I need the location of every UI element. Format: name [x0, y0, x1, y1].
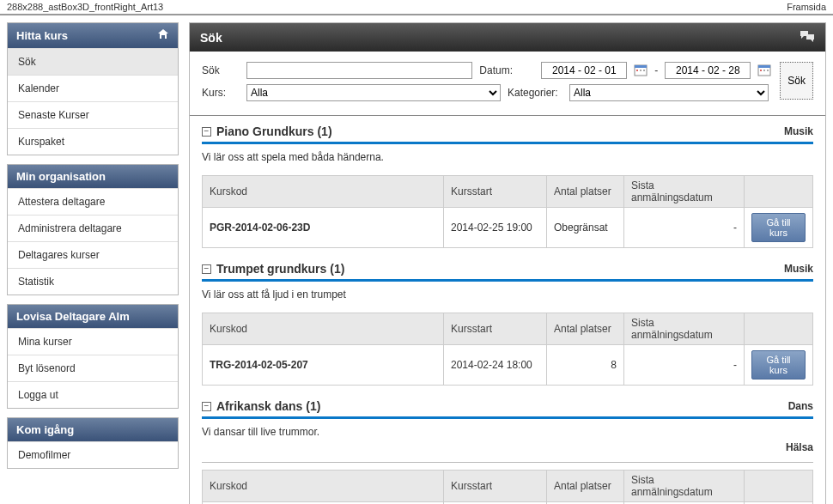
table-header: Antal platser — [547, 176, 624, 208]
course-title: Afrikansk dans (1) — [216, 399, 320, 413]
table-header: Kursstart — [444, 471, 547, 502]
calendar-icon[interactable] — [757, 64, 771, 77]
course-title: Piano Grundkurs (1) — [216, 124, 332, 138]
table-header: Kursstart — [444, 176, 547, 208]
collapse-icon[interactable]: − — [202, 127, 211, 137]
course-block: −Afrikansk dans (1)DansVi dansar till li… — [190, 391, 825, 504]
table-header — [745, 471, 813, 502]
top-right-text: Framsida — [787, 2, 826, 12]
sidebar-group-header: Hitta kurs — [8, 23, 178, 48]
course-category-secondary: Hälsa — [202, 441, 813, 453]
sidebar-item[interactable]: Kurspaket — [8, 128, 178, 155]
table-header: Kursstart — [444, 313, 547, 345]
sidebar-item[interactable]: Logga ut — [8, 381, 178, 408]
collapse-icon[interactable]: − — [202, 264, 211, 274]
table-header: Kurskod — [203, 471, 444, 502]
course-block: −Piano Grundkurs (1)MusikVi lär oss att … — [190, 116, 825, 253]
table-header: Sista anmälningsdatum — [624, 313, 745, 345]
table-header: Kurskod — [203, 313, 444, 345]
cell-kurskod: TRG-2014-02-05-207 — [203, 345, 444, 386]
svg-rect-4 — [643, 70, 645, 71]
date-from-input[interactable] — [541, 62, 627, 79]
cell-sista: - — [624, 345, 745, 386]
label-kurs: Kurs: — [202, 87, 240, 99]
course-description: Vi lär oss att få ljud i en trumpet — [202, 288, 813, 301]
main-header: Sök — [190, 23, 825, 52]
table-header: Antal platser — [547, 313, 624, 345]
sidebar-group-header: Min organisation — [8, 165, 178, 188]
table-header — [745, 176, 813, 208]
label-datum: Datum: — [479, 64, 534, 76]
top-left-text: 288x288_astBox3D_frontRight_Art13 — [7, 2, 163, 12]
date-to-input[interactable] — [665, 62, 751, 79]
sidebar-item[interactable]: Deltagares kurser — [8, 241, 178, 268]
calendar-icon[interactable] — [634, 64, 648, 77]
main-content: Sök Sök Datum: — [189, 22, 826, 504]
main-title: Sök — [200, 31, 222, 45]
sidebar-item[interactable]: Kalender — [8, 75, 178, 101]
sidebar-item[interactable]: Sök — [8, 48, 178, 75]
sidebar-item[interactable]: Mina kurser — [8, 328, 178, 355]
cell-kursstart: 2014-02-24 18:00 — [444, 345, 547, 386]
svg-rect-7 — [760, 70, 762, 71]
table-header: Sista anmälningsdatum — [624, 471, 745, 502]
home-icon[interactable] — [157, 28, 169, 43]
course-category: Musik — [784, 125, 813, 137]
date-dash: - — [654, 64, 658, 76]
course-table: KurskodKursstartAntal platserSista anmäl… — [202, 470, 813, 504]
svg-rect-3 — [640, 70, 641, 71]
go-to-course-button[interactable]: Gå till kurs — [751, 213, 806, 242]
cell-platser: 8 — [547, 345, 624, 386]
sidebar-group-header: Kom igång — [8, 418, 178, 441]
course-description: Vi lär oss att spela med båda händerna. — [202, 151, 813, 163]
table-header: Antal platser — [547, 471, 624, 502]
kurs-select[interactable]: Alla — [246, 84, 501, 101]
collapse-icon[interactable]: − — [202, 402, 211, 411]
svg-rect-6 — [758, 65, 770, 68]
sidebar-group-header: Lovisa Deltagare Alm — [8, 305, 178, 328]
sidebar-item[interactable]: Senaste Kurser — [8, 101, 178, 128]
cell-platser: Obegränsat — [547, 208, 624, 248]
course-description: Vi dansar till live trummor. — [202, 426, 813, 438]
sidebar-item[interactable]: Demofilmer — [8, 441, 178, 468]
label-kategorier: Kategorier: — [508, 87, 562, 99]
sidebar-group-title: Hitta kurs — [16, 29, 68, 42]
search-button[interactable]: Sök — [780, 62, 813, 100]
svg-rect-8 — [763, 70, 765, 71]
table-row: PGR-2014-02-06-23D2014-02-25 19:00Obegrä… — [203, 208, 813, 248]
cell-kursstart: 2014-02-25 19:00 — [444, 208, 547, 248]
table-header — [745, 313, 813, 345]
sidebar-item[interactable]: Administrera deltagare — [8, 215, 178, 241]
sidebar-item[interactable]: Byt lösenord — [8, 355, 178, 381]
sidebar: Hitta kursSökKalenderSenaste KurserKursp… — [7, 22, 179, 504]
svg-rect-1 — [635, 65, 647, 68]
svg-rect-2 — [636, 70, 638, 71]
course-title: Trumpet grundkurs (1) — [216, 262, 344, 276]
sidebar-item[interactable]: Attestera deltagare — [8, 188, 178, 215]
chat-icon[interactable] — [800, 30, 815, 45]
sidebar-group-title: Kom igång — [16, 423, 74, 436]
kategori-select[interactable]: Alla — [569, 84, 769, 101]
cell-kurskod: PGR-2014-02-06-23D — [203, 208, 444, 248]
sidebar-group-title: Lovisa Deltagare Alm — [16, 310, 130, 323]
cell-sista: - — [624, 208, 745, 248]
go-to-course-button[interactable]: Gå till kurs — [751, 350, 806, 380]
table-row: TRG-2014-02-05-2072014-02-24 18:008-Gå t… — [203, 345, 813, 386]
search-input[interactable] — [246, 62, 472, 79]
course-table: KurskodKursstartAntal platserSista anmäl… — [202, 175, 813, 248]
table-header: Kurskod — [203, 176, 444, 208]
course-category: Dans — [788, 400, 813, 412]
svg-rect-9 — [767, 70, 769, 71]
sidebar-group-title: Min organisation — [16, 170, 106, 183]
course-category: Musik — [784, 263, 813, 275]
label-sok: Sök — [202, 64, 240, 76]
course-block: −Trumpet grundkurs (1)MusikVi lär oss at… — [190, 253, 825, 391]
table-header: Sista anmälningsdatum — [624, 176, 745, 208]
course-table: KurskodKursstartAntal platserSista anmäl… — [202, 313, 813, 386]
search-form: Sök Datum: - — [190, 52, 825, 116]
sidebar-item[interactable]: Statistik — [8, 268, 178, 295]
